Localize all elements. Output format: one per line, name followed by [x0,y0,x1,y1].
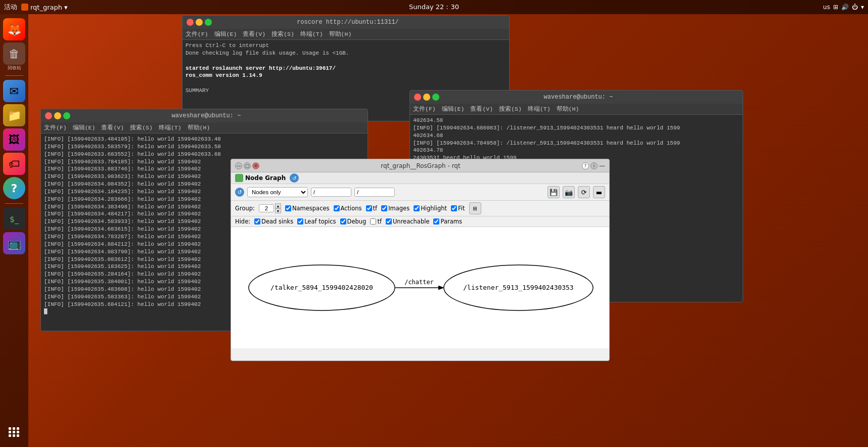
terminal-roscore-buttons [187,19,212,26]
rqt-min-button[interactable]: — [235,162,242,169]
dock-icon-mail[interactable]: ✉ [3,80,25,102]
cb-leaf-topics-input[interactable] [297,218,303,225]
terminal-bl-min[interactable] [54,112,61,119]
rqt-refresh-btn2[interactable]: ↺ [235,188,244,197]
cb-hide-tf-input[interactable] [370,218,376,225]
rqt-app-icon [21,4,28,11]
cb-images[interactable]: Images [381,205,409,212]
cb-tf-input[interactable] [366,205,372,211]
terminal-bl-menu: 文件(F) 编辑(E) 查看(V) 搜索(S) 终端(T) 帮助(H) [41,122,368,133]
cb-unreachable[interactable]: Unreachable [386,218,430,225]
toolbar-icon-4[interactable]: ▬ [593,186,605,198]
taskbar-app-arrow: ▾ [64,4,68,11]
menu-edit[interactable]: 编辑(E) [442,105,465,113]
terminal-right-titlebar: waveshare@ubuntu: ~ [410,91,743,104]
menu-search[interactable]: 搜索(S) [130,124,153,131]
taskbar-power-icon[interactable]: ⏻ [852,4,858,11]
menu-view[interactable]: 查看(V) [243,30,265,38]
cb-images-input[interactable] [381,205,387,211]
terminal-roscore-min[interactable] [196,19,203,26]
taskbar-volume-icon[interactable]: 🔊 [841,4,849,11]
cb-leaf-topics[interactable]: Leaf topics [297,218,336,225]
terminal-bl-title: waveshare@ubuntu: ~ [172,112,241,119]
dock-icon-software[interactable]: 🏷 [3,153,25,175]
cb-params[interactable]: Params [433,218,462,225]
cb-actions[interactable]: Actions [334,205,362,212]
cb-unreachable-input[interactable] [386,218,392,225]
cb-namespaces-input[interactable] [285,205,291,211]
cb-images-label: Images [388,205,409,212]
cb-params-input[interactable] [433,218,439,225]
menu-help[interactable]: 帮助(H) [188,124,210,131]
terminal-bl-max[interactable] [63,112,70,119]
rqt-filter-dropdown[interactable]: Nodes only [247,187,308,197]
cb-tf[interactable]: tf [366,205,378,212]
taskbar-arrow-icon[interactable]: ▾ [861,4,864,11]
toolbar-icon-3[interactable]: ⟳ [578,186,590,198]
dock-icon-remote[interactable]: 📺 [3,232,25,254]
rqt-help-button[interactable]: ? [582,162,589,169]
menu-file[interactable]: 文件(F) [186,30,208,38]
rqt-plugin-icon [235,174,243,182]
dock-icon-firefox[interactable]: 🦊 [3,18,25,40]
group-input[interactable] [259,204,274,212]
menu-edit[interactable]: 编辑(E) [73,124,96,131]
menu-help[interactable]: 帮助(H) [557,105,579,113]
menu-view[interactable]: 查看(V) [470,105,493,113]
dock-icon-terminal[interactable]: $_ [3,208,25,230]
menu-view[interactable]: 查看(V) [101,124,124,131]
rqt-close-button[interactable]: ✕ [252,162,259,169]
fit-icon-btn[interactable]: ⊞ [469,202,481,214]
cb-dead-sinks[interactable]: Dead sinks [254,218,293,225]
taskbar-lang[interactable]: us [823,4,830,11]
rqt-info-button[interactable]: i [590,162,598,169]
terminal-right-max[interactable] [432,94,439,101]
rqt-ns-filter[interactable] [311,188,351,197]
terminal-right-close[interactable] [414,94,421,101]
terminal-roscore-max[interactable] [205,19,212,26]
menu-terminal[interactable]: 终端(T) [159,124,181,131]
terminal-bl-close[interactable] [45,112,52,119]
menu-edit[interactable]: 编辑(E) [214,30,237,38]
cb-namespaces[interactable]: Namespaces [285,205,330,212]
cb-params-label: Params [440,218,462,225]
menu-help[interactable]: 帮助(H) [329,30,352,38]
taskbar-activities[interactable]: 活动 [4,3,17,12]
cb-hide-tf[interactable]: tf [370,218,382,225]
terminal-right-min[interactable] [423,94,430,101]
rqt-window-controls-right: ? i — [582,162,605,169]
rqt-plugin-row: Node Graph ↺ [231,172,609,184]
toolbar-icon-1[interactable]: 💾 [547,186,560,198]
taskbar-network-icon[interactable]: ⊞ [833,4,838,11]
spinbox-up[interactable]: ▲ [275,203,281,208]
rqt-topic-filter[interactable] [354,188,395,197]
taskbar-app-menu[interactable]: rqt_graph ▾ [21,4,68,11]
terminal-roscore-close[interactable] [187,19,194,26]
cb-highlight-input[interactable] [414,205,420,211]
spinbox-down[interactable]: ▼ [275,208,281,213]
rqt-dash-button[interactable]: — [599,162,605,169]
cb-hide-tf-label: tf [377,218,382,225]
cb-dead-sinks-input[interactable] [254,218,260,225]
menu-terminal[interactable]: 终端(T) [528,105,551,113]
menu-file[interactable]: 文件(F) [413,105,436,113]
menu-file[interactable]: 文件(F) [44,124,67,131]
rqt-max-button[interactable]: □ [244,162,251,169]
cb-debug[interactable]: Debug [340,218,367,225]
dock-apps-button[interactable] [3,421,25,443]
menu-search[interactable]: 搜索(S) [499,105,522,113]
cb-fit[interactable]: Fit [451,205,465,212]
menu-search[interactable]: 搜索(S) [271,30,294,38]
dock-icon-trash[interactable]: 🗑 [3,42,25,65]
cb-actions-input[interactable] [334,205,340,211]
dock-icon-help[interactable]: ? [3,177,25,199]
dock-icon-files[interactable]: 📁 [3,104,25,126]
cb-debug-input[interactable] [340,218,346,225]
toolbar-icon-2[interactable]: 📷 [563,186,575,198]
cb-highlight[interactable]: Highlight [414,205,447,212]
dock-icon-photos[interactable]: 🖼 [3,128,25,151]
rqt-graph-svg: /talker_5894_1599402428020 /chatter /lis… [231,227,609,348]
rqt-refresh-btn[interactable]: ↺ [290,173,299,183]
cb-fit-input[interactable] [451,205,457,211]
menu-terminal[interactable]: 终端(T) [300,30,323,38]
